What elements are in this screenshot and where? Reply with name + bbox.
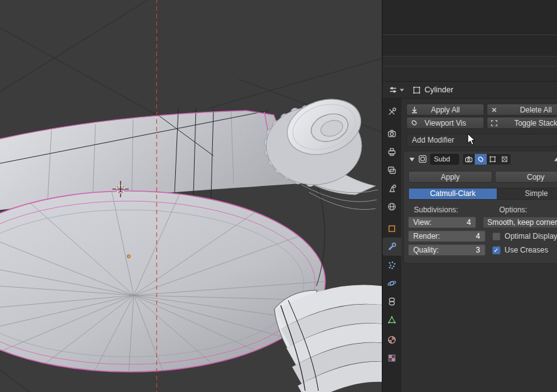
scene-icon (387, 183, 397, 193)
editmode-icon (489, 155, 497, 163)
modifier-tools-row-2: Viewport Vis Toggle Stack (406, 117, 557, 129)
tool-icon (387, 107, 397, 117)
catmull-clark-option[interactable]: Catmull-Clark (409, 188, 497, 199)
modifier-tools-row-1: Apply All Delete All (406, 104, 557, 116)
material-sphere-icon (387, 335, 397, 345)
texture-checker-icon (387, 353, 397, 363)
link-icon (410, 119, 418, 127)
toggle-stack-button[interactable]: Toggle Stack (487, 117, 557, 129)
outliner-row (382, 56, 557, 81)
object-icon (413, 86, 421, 94)
modifier-display-toggles (463, 154, 511, 165)
use-creases-checkbox[interactable]: ✓ (492, 246, 500, 254)
column-labels: Subdivisions: Options: (404, 205, 557, 214)
tab-object[interactable] (382, 219, 401, 237)
import-icon (410, 106, 419, 114)
field-row: Quality: 3 ✓ Use Creases (408, 244, 557, 256)
link-icon (477, 155, 485, 163)
optimal-display-label: Optimal Display (505, 232, 557, 241)
camera-icon (465, 155, 473, 163)
use-creases-label: Use Creases (505, 246, 548, 254)
tab-constraints[interactable] (382, 292, 401, 310)
move-modifier-up-button[interactable] (552, 154, 557, 164)
field-value: 4 (476, 232, 480, 241)
copy-modifier-button[interactable]: Copy (495, 171, 557, 183)
viewport-visibility-toggle[interactable] (475, 154, 487, 165)
properties-header: Cylinder (382, 81, 557, 99)
properties-tabbar (382, 99, 401, 392)
field-value: 4 (467, 218, 471, 227)
outliner-separator (382, 56, 557, 57)
tab-tool[interactable] (382, 102, 401, 121)
options-label: Options: (499, 205, 527, 214)
apply-modifier-button[interactable]: Apply (408, 171, 492, 183)
subsurf-modifier-icon (418, 154, 428, 164)
optimal-display-checkbox[interactable] (492, 232, 500, 241)
view-subdivisions-field[interactable]: View: 4 (408, 217, 476, 228)
3d-viewport[interactable] (0, 0, 382, 392)
add-modifier-button[interactable]: Add Modifier (406, 134, 557, 147)
outliner-separator (382, 35, 557, 35)
viewport-vis-button[interactable]: Viewport Vis (406, 117, 484, 129)
tab-material[interactable] (382, 330, 401, 349)
subdivisions-label: Subdivisions: (414, 205, 495, 214)
apply-copy-row: Apply Copy (408, 171, 557, 183)
checkmark: ✓ (494, 247, 499, 254)
editor-type-button[interactable] (385, 83, 408, 97)
tab-particles[interactable] (382, 256, 401, 274)
uv-smooth-dropdown[interactable]: Smooth, keep corners (483, 217, 557, 228)
object-square-icon (387, 224, 397, 234)
tab-scene[interactable] (382, 179, 401, 197)
editmode-display-toggle[interactable] (487, 154, 499, 165)
cage-icon (500, 155, 509, 163)
subdivision-type-toggle: Catmull-Clark Simple (408, 188, 557, 200)
tab-world[interactable] (382, 197, 401, 215)
tab-view-layer[interactable] (382, 161, 401, 179)
subsurf-modifier-panel: Subd (404, 151, 557, 263)
outliner-separator (382, 66, 557, 67)
object-origin-dot (127, 254, 130, 258)
chevron-down-icon (399, 89, 404, 92)
modifiers-wrench-icon (387, 242, 397, 252)
x-icon (490, 106, 498, 114)
modifier-name-field[interactable]: Subd (430, 154, 459, 165)
output-printer-icon (387, 147, 397, 157)
constraints-icon (387, 297, 397, 307)
apply-all-button[interactable]: Apply All (406, 104, 484, 116)
modifier-header: Subd (404, 151, 557, 166)
delete-all-button[interactable]: Delete All (487, 104, 557, 116)
properties-editor-icon (388, 85, 398, 95)
view-layer-icon (387, 165, 397, 175)
breadcrumb: Cylinder (413, 85, 453, 94)
properties-body: Apply All Delete All (382, 99, 557, 392)
field-row: View: 4 Smooth, keep corners (408, 217, 557, 228)
field-row: Render: 4 Optimal Display (408, 231, 557, 242)
object-data-icon (387, 315, 397, 325)
tab-object-data[interactable] (382, 310, 401, 329)
render-subdivisions-field[interactable]: Render: 4 (408, 231, 485, 242)
field-value: 3 (476, 246, 480, 254)
breadcrumb-object-name: Cylinder (425, 85, 453, 94)
tab-modifiers[interactable] (382, 237, 401, 256)
tab-render[interactable] (382, 124, 401, 143)
on-cage-toggle[interactable] (499, 154, 511, 165)
outliner-panel (382, 0, 557, 81)
blender-window: Cylinder (0, 0, 557, 392)
viewport-vis-label: Viewport Vis (407, 119, 484, 128)
tab-physics[interactable] (382, 274, 401, 292)
render-visibility-toggle[interactable] (463, 154, 475, 165)
triangle-up-icon (554, 156, 557, 161)
tab-output[interactable] (382, 143, 401, 161)
physics-icon (387, 278, 397, 288)
field-label: Quality: (413, 246, 439, 254)
quality-field[interactable]: Quality: 3 (408, 244, 485, 256)
tab-texture[interactable] (382, 349, 401, 367)
simple-option[interactable]: Simple (497, 188, 557, 199)
particles-icon (387, 260, 397, 270)
field-label: Render: (413, 232, 440, 241)
properties-editor: Cylinder (382, 0, 557, 392)
world-globe-icon (387, 202, 397, 212)
fullscreen-icon (490, 119, 498, 127)
disclosure-triangle-icon[interactable] (409, 156, 415, 162)
field-label: View: (413, 218, 431, 227)
